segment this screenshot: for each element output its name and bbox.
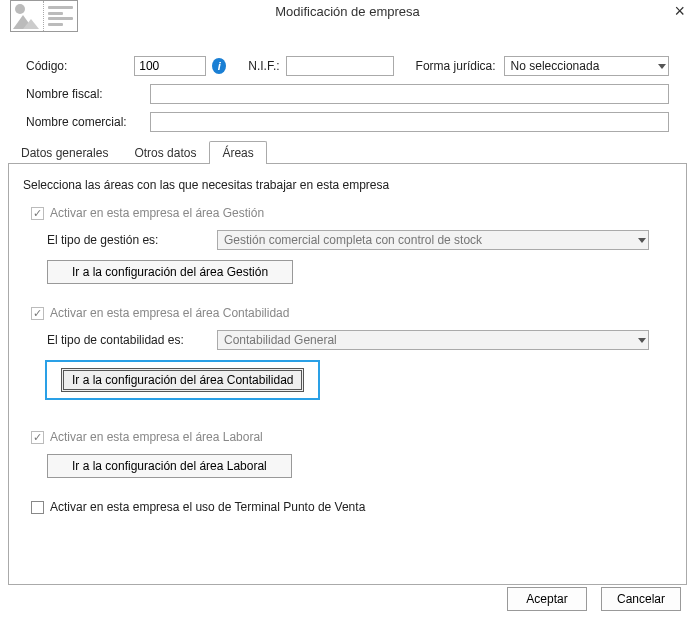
forma-juridica-value: No seleccionada — [511, 59, 600, 73]
gestion-tipo-label: El tipo de gestión es: — [47, 233, 217, 247]
dialog-title: Modificación de empresa — [0, 4, 695, 19]
areas-instruction: Selecciona las áreas con las que necesit… — [23, 178, 672, 192]
checkbox-laboral-label: Activar en esta empresa el área Laboral — [50, 430, 263, 444]
contabilidad-tipo-label: El tipo de contabilidad es: — [47, 333, 217, 347]
cancel-button[interactable]: Cancelar — [601, 587, 681, 611]
close-icon[interactable]: × — [674, 2, 685, 20]
codigo-input[interactable] — [134, 56, 206, 76]
chevron-down-icon — [658, 64, 666, 69]
checkbox-laboral: ✓ — [31, 431, 44, 444]
goto-gestion-button[interactable]: Ir a la configuración del área Gestión — [47, 260, 293, 284]
checkbox-tpv-label: Activar en esta empresa el uso de Termin… — [50, 500, 365, 514]
tab-areas[interactable]: Áreas — [209, 141, 266, 164]
chevron-down-icon — [638, 238, 646, 243]
tab-datos-generales[interactable]: Datos generales — [8, 141, 121, 164]
areas-pane: Selecciona las áreas con las que necesit… — [8, 164, 687, 585]
chevron-down-icon — [638, 338, 646, 343]
checkbox-tpv[interactable] — [31, 501, 44, 514]
nif-label: N.I.F.: — [248, 59, 279, 73]
checkbox-contabilidad: ✓ — [31, 307, 44, 320]
goto-laboral-button[interactable]: Ir a la configuración del área Laboral — [47, 454, 292, 478]
forma-juridica-select[interactable]: No seleccionada — [504, 56, 669, 76]
checkbox-gestion: ✓ — [31, 207, 44, 220]
info-icon[interactable]: i — [212, 58, 226, 74]
checkbox-contabilidad-label: Activar en esta empresa el área Contabil… — [50, 306, 289, 320]
nombre-fiscal-input[interactable] — [150, 84, 669, 104]
nombre-comercial-label: Nombre comercial: — [26, 115, 150, 129]
goto-contabilidad-button[interactable]: Ir a la configuración del área Contabili… — [61, 368, 304, 392]
nombre-comercial-input[interactable] — [150, 112, 669, 132]
tab-otros-datos[interactable]: Otros datos — [121, 141, 209, 164]
nombre-fiscal-label: Nombre fiscal: — [26, 87, 150, 101]
checkbox-gestion-label: Activar en esta empresa el área Gestión — [50, 206, 264, 220]
forma-juridica-label: Forma jurídica: — [416, 59, 496, 73]
codigo-label: Código: — [26, 59, 134, 73]
contabilidad-tipo-select: Contabilidad General — [217, 330, 649, 350]
contabilidad-tipo-value: Contabilidad General — [224, 333, 337, 347]
highlighted-contabilidad-button: Ir a la configuración del área Contabili… — [45, 360, 320, 400]
gestion-tipo-value: Gestión comercial completa con control d… — [224, 233, 482, 247]
gestion-tipo-select: Gestión comercial completa con control d… — [217, 230, 649, 250]
nif-input[interactable] — [286, 56, 394, 76]
accept-button[interactable]: Aceptar — [507, 587, 587, 611]
